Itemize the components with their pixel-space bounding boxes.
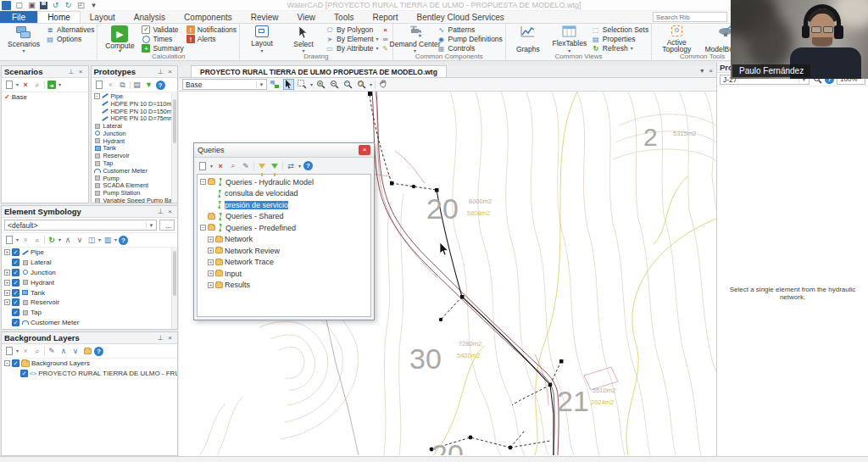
symbology-item[interactable]: +✓Junction bbox=[2, 268, 177, 278]
tab-file[interactable]: File bbox=[0, 11, 37, 23]
select-tool[interactable] bbox=[283, 79, 294, 90]
redo-icon[interactable]: ↻ bbox=[64, 1, 73, 10]
new-folder-icon[interactable] bbox=[82, 346, 92, 356]
zoom-window-tool[interactable] bbox=[297, 79, 308, 90]
symbology-item[interactable]: +✓Pipe bbox=[2, 248, 177, 258]
query-folder-network[interactable]: +Network bbox=[198, 234, 370, 246]
controls-button[interactable]: ▦Controls bbox=[437, 44, 503, 53]
symbology-item[interactable]: ✓Lateral bbox=[2, 258, 177, 268]
query-group-shared[interactable]: Queries - Shared bbox=[198, 211, 370, 223]
tab-components[interactable]: Components bbox=[175, 11, 242, 23]
active-topology-button[interactable]: Active Topology bbox=[654, 25, 698, 53]
zoom-extents-tool[interactable] bbox=[342, 79, 353, 90]
refresh-button[interactable]: ↻Refresh▾ bbox=[592, 44, 648, 53]
move-down-icon[interactable]: ∨ bbox=[70, 346, 81, 356]
alternatives-button[interactable]: ≣Alternatives bbox=[46, 25, 94, 34]
apply-filter-icon[interactable] bbox=[257, 161, 267, 171]
symbology-item[interactable]: ✓Tap bbox=[2, 308, 177, 318]
new-layer-icon[interactable] bbox=[4, 346, 14, 356]
edit-query-icon[interactable]: ✎ bbox=[241, 161, 251, 171]
rename-query-icon[interactable]: ⌕ bbox=[228, 161, 238, 171]
tab-tools[interactable]: Tools bbox=[325, 11, 363, 23]
query-folder-network-review[interactable]: +Network Review bbox=[198, 245, 370, 257]
times-button[interactable]: Times bbox=[142, 35, 183, 43]
selection-sets-button[interactable]: ⬚Selection Sets bbox=[592, 25, 648, 34]
by-polygon-button[interactable]: ⬠By Polygon bbox=[326, 25, 378, 34]
delete-query-icon[interactable]: × bbox=[215, 161, 225, 171]
by-attribute-button[interactable]: ▭By Attribute▾ bbox=[326, 44, 378, 53]
new-query-icon[interactable] bbox=[198, 161, 208, 171]
prototype-item[interactable]: Tap bbox=[92, 159, 178, 167]
delete-prototype-icon[interactable]: × bbox=[106, 80, 116, 90]
tab-analysis[interactable]: Analysis bbox=[125, 11, 175, 23]
document-tab[interactable]: PROYECTO RURAL TIERRA DE ULMO PROPUESTA … bbox=[191, 65, 447, 77]
delete-layer-icon[interactable]: × bbox=[20, 346, 31, 356]
tab-home[interactable]: Home bbox=[37, 11, 81, 23]
symbology-definition-combo[interactable]: <default>▾ bbox=[4, 220, 157, 231]
symbology-item[interactable]: +✓Hydrant bbox=[2, 277, 177, 287]
query-group-predefined[interactable]: −Queries - Predefined bbox=[198, 222, 370, 234]
query-folder-input[interactable]: +Input bbox=[198, 268, 370, 280]
scenario-item-base[interactable]: ✓ Base bbox=[2, 92, 88, 103]
save-icon[interactable] bbox=[40, 2, 47, 9]
symbology-item[interactable]: +✓Reservoir bbox=[2, 298, 177, 308]
help-icon[interactable]: ? bbox=[94, 347, 103, 356]
new-filter-icon[interactable] bbox=[270, 161, 280, 171]
tab-layout[interactable]: Layout bbox=[81, 11, 125, 23]
scenario-tree-icon[interactable] bbox=[270, 79, 281, 90]
app-icon[interactable] bbox=[2, 1, 11, 10]
prototype-item[interactable]: Hydrant bbox=[92, 137, 178, 145]
layout-button[interactable]: Layout ▾ bbox=[242, 25, 281, 53]
prototype-item[interactable]: HDPE PN 10 D=75mm bbox=[92, 114, 178, 122]
move-up-icon[interactable]: ∧ bbox=[63, 235, 73, 245]
validate-button[interactable]: ✓Validate bbox=[142, 25, 183, 34]
prototype-item[interactable]: −Pipe bbox=[92, 92, 178, 100]
edit-layer-icon[interactable]: ✎ bbox=[47, 346, 57, 356]
scenario-combo[interactable]: Base▾ bbox=[182, 79, 267, 90]
help-icon[interactable]: ? bbox=[156, 81, 165, 90]
report-icon[interactable]: ▤ bbox=[132, 80, 142, 90]
duplicate-prototype-icon[interactable]: ⧉ bbox=[118, 80, 128, 90]
properties-button[interactable]: ▤Properties bbox=[592, 35, 648, 43]
by-element-button[interactable]: ➤By Element▾ bbox=[326, 35, 378, 43]
zoom-out-tool[interactable] bbox=[329, 79, 340, 90]
alerts-button[interactable]: !Alerts bbox=[186, 35, 236, 43]
close-icon[interactable]: × bbox=[165, 334, 175, 342]
flextables-button[interactable]: FlexTables ▾ bbox=[550, 25, 589, 53]
help-icon[interactable]: ? bbox=[119, 236, 128, 245]
prototype-item[interactable]: Junction bbox=[92, 130, 178, 137]
queries-dialog-titlebar[interactable]: Queries × bbox=[194, 143, 374, 158]
symbology-item[interactable]: +✓Tank bbox=[2, 287, 177, 298]
prototype-item[interactable]: HDPE PN 10 D=110mm bbox=[92, 100, 178, 108]
query-group-hydraulic-model[interactable]: −Queries - Hydraulic Model bbox=[198, 176, 370, 188]
options-button[interactable]: ▤Options bbox=[46, 35, 94, 43]
delete-scenario-icon[interactable]: × bbox=[20, 80, 31, 90]
prototype-item[interactable]: Tank bbox=[92, 145, 178, 153]
compute-button[interactable]: ▶ Compute ▾ bbox=[100, 25, 139, 53]
delete-button[interactable]: × bbox=[381, 25, 390, 34]
delete-symbology-icon[interactable]: × bbox=[20, 235, 31, 245]
new-scenario-icon[interactable] bbox=[4, 80, 14, 90]
make-current-icon[interactable]: ➔ bbox=[47, 80, 57, 90]
prototype-item[interactable]: Pump Station bbox=[92, 189, 178, 197]
tab-review[interactable]: Review bbox=[242, 11, 288, 23]
queries-dialog[interactable]: Queries × ▾ × ⌕ ✎ ⇄▾ ? −Queries - Hydrau… bbox=[193, 142, 375, 320]
rename-symbology-icon[interactable]: ⌕ bbox=[32, 235, 42, 245]
pin-icon[interactable]: ⊥ bbox=[156, 68, 165, 75]
pin-icon[interactable]: ⊥ bbox=[67, 68, 76, 75]
tab-report[interactable]: Report bbox=[363, 11, 407, 23]
find-button[interactable]: ∞ bbox=[381, 35, 390, 43]
color-coding-icon[interactable]: ▥ bbox=[103, 235, 113, 245]
zoom-previous-tool[interactable] bbox=[356, 79, 367, 90]
modify-button[interactable]: ✎ bbox=[381, 44, 390, 53]
new-prototype-icon[interactable] bbox=[94, 80, 104, 90]
move-down-icon[interactable]: ∨ bbox=[75, 235, 85, 245]
scenarios-button[interactable]: Scenarios ▾ bbox=[4, 25, 43, 53]
background-root-item[interactable]: −✓ Background Layers bbox=[2, 359, 177, 369]
annotation-icon[interactable]: ◫ bbox=[86, 235, 97, 245]
scrollbar[interactable] bbox=[171, 248, 177, 329]
prototype-item[interactable]: Customer Meter bbox=[92, 167, 178, 175]
move-up-icon[interactable]: ∧ bbox=[58, 346, 69, 356]
tab-list-icon[interactable]: ▾ bbox=[700, 67, 704, 75]
close-icon[interactable]: × bbox=[165, 68, 175, 75]
